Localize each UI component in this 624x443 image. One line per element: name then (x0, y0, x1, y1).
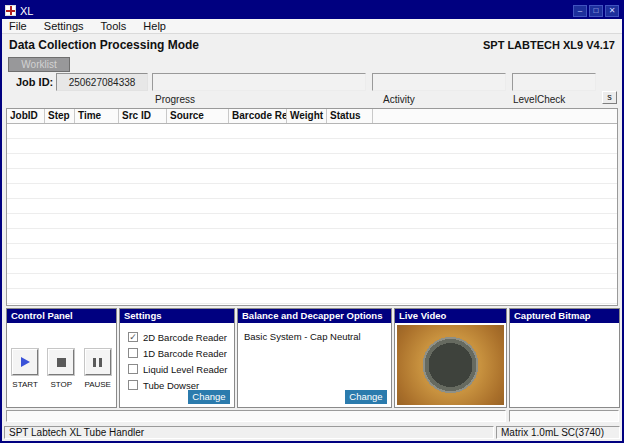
tube-camera-image (397, 325, 504, 405)
header: Data Collection Processing Mode SPT LABT… (2, 35, 622, 55)
progress-field (152, 73, 366, 91)
levelcheck-field (512, 73, 596, 91)
stop-label: STOP (50, 380, 72, 389)
job-id-field[interactable]: 250627084338 (56, 73, 148, 91)
live-video-panel: Live Video (394, 308, 507, 408)
option-liquid-level-reader: Liquid Level Reader (120, 361, 234, 377)
close-icon[interactable]: ✕ (605, 5, 619, 17)
column-barcode[interactable]: Barcode Re... (229, 109, 287, 123)
progress-label: Progress (155, 94, 195, 105)
checkbox-2d-barcode[interactable]: ✓ (128, 332, 138, 342)
control-panel-body: START STOP PAUSE (7, 323, 116, 407)
menu-help[interactable]: Help (136, 19, 173, 33)
app-window: XL – □ ✕ File Settings Tools Help Data C… (0, 0, 624, 443)
status-text: SPT Labtech XL Tube Handler (4, 426, 494, 439)
column-filler (373, 109, 617, 123)
column-source[interactable]: Source (167, 109, 229, 123)
pause-icon (93, 358, 102, 367)
minimize-icon[interactable]: – (573, 5, 587, 17)
table-header-row: JobID Step Time Src ID Source Barcode Re… (7, 109, 617, 124)
live-video-body (395, 323, 506, 407)
settings-panel: Settings ✓ 2D Barcode Reader 1D Barcode … (119, 308, 235, 408)
balance-panel-title: Balance and Decapper Options (238, 309, 391, 323)
control-panel-title: Control Panel (7, 309, 116, 323)
start-label: START (12, 380, 37, 389)
page-title: Data Collection Processing Mode (9, 38, 199, 52)
checkbox-label: 1D Barcode Reader (143, 348, 227, 359)
table-body-empty (7, 124, 617, 305)
column-src-id[interactable]: Src ID (119, 109, 167, 123)
status-rack-type: Matrix 1.0mL SC(3740) (496, 426, 620, 439)
checkbox-label: Tube Dowser (143, 380, 199, 391)
job-id-label: Job ID: (16, 76, 53, 88)
activity-label: Activity (383, 94, 415, 105)
activity-field (372, 73, 506, 91)
s-button[interactable]: s (602, 91, 617, 104)
stop-button[interactable] (48, 349, 74, 375)
start-button[interactable] (12, 349, 38, 375)
menu-tools[interactable]: Tools (94, 19, 134, 33)
menu-settings[interactable]: Settings (37, 19, 91, 33)
captured-bitmap-panel: Captured Bitmap (509, 308, 620, 408)
menu-bar: File Settings Tools Help (2, 19, 622, 34)
settings-panel-body: ✓ 2D Barcode Reader 1D Barcode Reader Li… (120, 323, 234, 407)
column-step[interactable]: Step (45, 109, 75, 123)
column-status[interactable]: Status (327, 109, 373, 123)
title-bar[interactable]: XL – □ ✕ (2, 2, 622, 19)
menu-file[interactable]: File (2, 19, 34, 33)
app-icon[interactable] (5, 5, 16, 16)
pause-label: PAUSE (84, 380, 111, 389)
worklist-button[interactable]: Worklist (8, 57, 70, 72)
balance-panel: Balance and Decapper Options Basic Syste… (237, 308, 392, 408)
option-2d-barcode-reader: ✓ 2D Barcode Reader (120, 329, 234, 345)
captured-bitmap-title: Captured Bitmap (510, 309, 619, 323)
stop-icon (57, 358, 66, 367)
settings-change-button[interactable]: Change (188, 390, 230, 404)
message-strip-right (509, 410, 619, 422)
maximize-icon[interactable]: □ (589, 5, 603, 17)
checkbox-label: Liquid Level Reader (143, 364, 228, 375)
balance-panel-body: Basic System - Cap Neutral Change (238, 323, 391, 407)
column-weight[interactable]: Weight (287, 109, 327, 123)
version-label: SPT LABTECH XL9 V4.17 (483, 39, 615, 51)
checkbox-tube-dowser[interactable] (128, 380, 138, 390)
levelcheck-label: LevelCheck (513, 94, 565, 105)
status-bar: SPT Labtech XL Tube Handler Matrix 1.0mL… (2, 424, 622, 441)
pause-button[interactable] (85, 349, 111, 375)
option-1d-barcode-reader: 1D Barcode Reader (120, 345, 234, 361)
settings-panel-title: Settings (120, 309, 234, 323)
checkbox-1d-barcode[interactable] (128, 348, 138, 358)
column-jobid[interactable]: JobID (7, 109, 45, 123)
balance-change-button[interactable]: Change (345, 390, 387, 404)
balance-config-text: Basic System - Cap Neutral (244, 331, 361, 342)
checkbox-label: 2D Barcode Reader (143, 332, 227, 343)
column-time[interactable]: Time (75, 109, 119, 123)
live-video-title: Live Video (395, 309, 506, 323)
control-panel: Control Panel START STOP (6, 308, 117, 408)
play-icon (21, 357, 30, 367)
results-table: JobID Step Time Src ID Source Barcode Re… (6, 108, 618, 306)
captured-bitmap-body (510, 323, 619, 407)
window-title: XL (20, 5, 571, 17)
checkbox-liquid-level[interactable] (128, 364, 138, 374)
message-strip-left (6, 410, 506, 422)
